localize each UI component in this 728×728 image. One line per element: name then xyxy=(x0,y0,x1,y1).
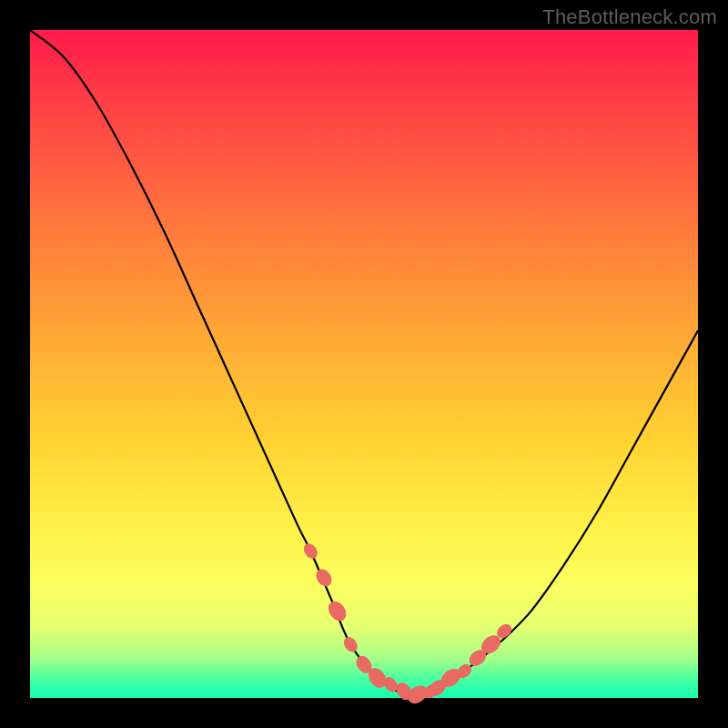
marker-point xyxy=(342,635,359,654)
marker-point xyxy=(314,567,335,589)
chart-frame: TheBottleneck.com xyxy=(0,0,728,728)
chart-svg xyxy=(30,30,698,698)
plot-area xyxy=(30,30,698,698)
bottleneck-curve xyxy=(30,30,698,694)
marker-group xyxy=(302,541,514,706)
marker-point xyxy=(302,541,319,561)
watermark-text: TheBottleneck.com xyxy=(542,5,717,29)
marker-point xyxy=(326,599,349,624)
